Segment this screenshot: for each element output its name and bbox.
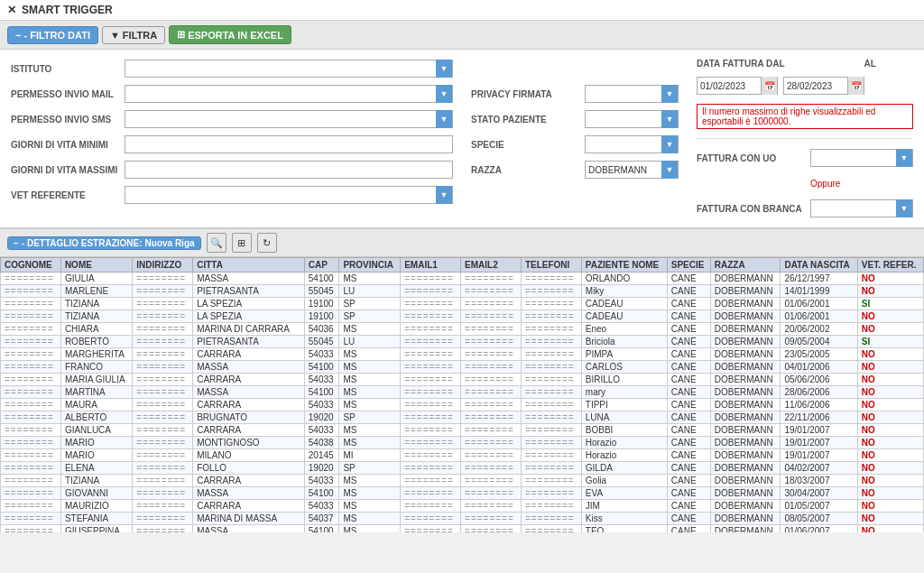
refresh-icon-btn[interactable]: ↻ bbox=[257, 233, 277, 253]
razza-arrow[interactable]: ▼ bbox=[661, 161, 678, 179]
table-cell-provincia: SP bbox=[339, 462, 401, 475]
table-cell-data-nascita: 19/01/2007 bbox=[781, 424, 857, 437]
masked-value: ======== bbox=[404, 387, 454, 397]
table-row[interactable]: ========TIZIANA========LA SPEZIA19100SP=… bbox=[1, 310, 924, 323]
masked-value: ======== bbox=[5, 311, 54, 321]
table-row[interactable]: ========TIZIANA========CARRARA54033MS===… bbox=[1, 475, 924, 487]
table-cell-cap: 19020 bbox=[304, 411, 339, 424]
table-cell-specie: CANE bbox=[667, 513, 710, 525]
stato-paziente-arrow[interactable]: ▼ bbox=[661, 110, 678, 128]
fattura-branca-arrow[interactable]: ▼ bbox=[896, 199, 912, 217]
table-row[interactable]: ========MAURA========CARRARA54033MS=====… bbox=[1, 399, 924, 411]
results-table-wrapper[interactable]: COGNOMENOMEINDIRIZZOCITTACAPPROVINCIAEMA… bbox=[0, 257, 924, 532]
table-cell-telefoni: ======== bbox=[521, 399, 581, 411]
specie-arrow[interactable]: ▼ bbox=[661, 135, 678, 153]
filtra-button[interactable]: ▼ FILTRA bbox=[102, 26, 165, 44]
table-cell-data-nascita: 19/01/2007 bbox=[781, 449, 857, 462]
table-row[interactable]: ========MARIO========MONTIGNOSO54038MS==… bbox=[1, 437, 924, 449]
date-al-wrap[interactable]: 📅 bbox=[783, 77, 864, 95]
table-cell-cap: 54033 bbox=[304, 500, 339, 513]
date-dal-wrap[interactable]: 📅 bbox=[697, 77, 778, 95]
privacy-firmata-arrow[interactable]: ▼ bbox=[661, 85, 678, 103]
export-excel-button[interactable]: ⊞ ESPORTA IN EXCEL bbox=[169, 25, 291, 44]
table-row[interactable]: ========GIOVANNI========MASSA54100MS====… bbox=[1, 487, 924, 500]
permesso-mail-label: PERMESSO INVIO MAIL bbox=[11, 89, 119, 99]
masked-value: ======== bbox=[5, 400, 54, 410]
masked-value: ======== bbox=[465, 286, 514, 296]
specie-select[interactable]: ▼ bbox=[585, 135, 679, 153]
table-row[interactable]: ========GIUSEPPINA========MASSA54100MS==… bbox=[1, 525, 924, 533]
table-row[interactable]: ========STEFANIA========MARINA DI MASSA5… bbox=[1, 513, 924, 525]
table-cell-cognome: ======== bbox=[1, 399, 61, 411]
table-row[interactable]: ========FRANCO========MASSA54100MS======… bbox=[1, 361, 924, 374]
oppure-link[interactable]: Oppure bbox=[810, 179, 840, 189]
grid-icon-btn[interactable]: ⊞ bbox=[232, 233, 252, 253]
table-cell-cap: 54100 bbox=[304, 273, 339, 285]
table-cell-razza: DOBERMANN bbox=[710, 310, 781, 323]
table-row[interactable]: ========MAURIZIO========CARRARA54033MS==… bbox=[1, 500, 924, 513]
table-cell-citta: PIETRASANTA bbox=[193, 336, 305, 348]
table-cell-vet.-refer.: NO bbox=[857, 361, 923, 374]
masked-value: ======== bbox=[5, 286, 54, 296]
table-cell-cognome: ======== bbox=[1, 386, 61, 399]
date-al-input[interactable] bbox=[784, 80, 847, 92]
masked-value: ======== bbox=[465, 412, 514, 422]
table-row[interactable]: ========GIANLUCA========CARRARA54033MS==… bbox=[1, 424, 924, 437]
calendar-al-icon[interactable]: 📅 bbox=[847, 77, 864, 95]
masked-value: ======== bbox=[136, 374, 186, 384]
search-icon-btn[interactable]: 🔍 bbox=[207, 233, 226, 253]
vet-referente-select[interactable]: ▼ bbox=[125, 186, 453, 204]
column-header-vet.-refer.: VET. REFER. bbox=[857, 258, 923, 273]
table-row[interactable]: ========ROBERTO========PIETRASANTA55045L… bbox=[1, 336, 924, 348]
no-value: NO bbox=[862, 273, 875, 283]
close-icon[interactable]: ✕ bbox=[7, 4, 16, 16]
permesso-sms-select[interactable]: ▼ bbox=[125, 110, 453, 128]
masked-value: ======== bbox=[136, 349, 186, 359]
table-cell-citta: MONTIGNOSO bbox=[193, 437, 305, 449]
filtro-dati-button[interactable]: − - FILTRO DATI bbox=[7, 26, 98, 44]
specie-row: SPECIE ▼ bbox=[471, 134, 679, 154]
table-cell-vet.-refer.: NO bbox=[857, 348, 923, 361]
vet-referente-arrow[interactable]: ▼ bbox=[436, 186, 452, 204]
calendar-dal-icon[interactable]: 📅 bbox=[761, 77, 777, 95]
table-cell-cap: 54033 bbox=[304, 348, 339, 361]
table-row[interactable]: ========ELENA========FOLLO19020SP=======… bbox=[1, 462, 924, 475]
permesso-mail-select[interactable]: ▼ bbox=[125, 85, 453, 103]
table-cell-indirizzo: ======== bbox=[133, 399, 193, 411]
date-range-row: DATA FATTURA DAL AL bbox=[697, 59, 913, 69]
detail-toggle-button[interactable]: − - DETTAGLIO ESTRAZIONE: Nuova Riga bbox=[7, 236, 201, 250]
fattura-uo-arrow[interactable]: ▼ bbox=[896, 149, 912, 167]
istituto-select-wrap[interactable]: ▼ bbox=[125, 60, 453, 78]
table-cell-email1: ======== bbox=[401, 500, 461, 513]
razza-select[interactable]: DOBERMANN ▼ bbox=[585, 161, 679, 179]
table-cell-email1: ======== bbox=[401, 449, 461, 462]
fattura-uo-label: FATTURA CON UO bbox=[697, 153, 805, 163]
table-row[interactable]: ========MARIO========MILANO20145MI======… bbox=[1, 449, 924, 462]
stato-paziente-select[interactable]: ▼ bbox=[585, 110, 679, 128]
table-row[interactable]: ========TIZIANA========LA SPEZIA19100SP=… bbox=[1, 298, 924, 310]
permesso-mail-arrow[interactable]: ▼ bbox=[436, 85, 452, 103]
istituto-arrow[interactable]: ▼ bbox=[436, 60, 452, 78]
giorni-vita-massimi-input[interactable] bbox=[125, 161, 453, 179]
table-row[interactable]: ========MARIA GIULIA========CARRARA54033… bbox=[1, 374, 924, 386]
table-cell-email2: ======== bbox=[461, 462, 522, 475]
date-dal-input[interactable] bbox=[698, 80, 761, 92]
table-cell-specie: CANE bbox=[667, 273, 710, 285]
fattura-branca-select[interactable]: ▼ bbox=[810, 199, 913, 217]
permesso-sms-arrow[interactable]: ▼ bbox=[436, 110, 452, 128]
giorni-vita-minimi-input[interactable] bbox=[125, 135, 453, 153]
table-row[interactable]: ========MARLENE========PIETRASANTA55045L… bbox=[1, 285, 924, 298]
table-row[interactable]: ========CHIARA========MARINA DI CARRARA5… bbox=[1, 323, 924, 336]
table-cell-vet.-refer.: NO bbox=[857, 399, 923, 411]
table-row[interactable]: ========ALBERTO========BRUGNATO19020SP==… bbox=[1, 411, 924, 424]
no-value: NO bbox=[862, 438, 875, 448]
privacy-firmata-select[interactable]: ▼ bbox=[585, 85, 679, 103]
fattura-uo-select[interactable]: ▼ bbox=[810, 149, 913, 167]
table-row[interactable]: ========MARTINA========MASSA54100MS=====… bbox=[1, 386, 924, 399]
detail-label: - DETTAGLIO ESTRAZIONE: bbox=[22, 238, 143, 248]
table-row[interactable]: ========GIULIA========MASSA54100MS======… bbox=[1, 273, 924, 285]
table-cell-indirizzo: ======== bbox=[133, 285, 193, 298]
table-cell-provincia: MS bbox=[339, 273, 401, 285]
table-cell-cognome: ======== bbox=[1, 361, 61, 374]
table-row[interactable]: ========MARGHERITA========CARRARA54033MS… bbox=[1, 348, 924, 361]
